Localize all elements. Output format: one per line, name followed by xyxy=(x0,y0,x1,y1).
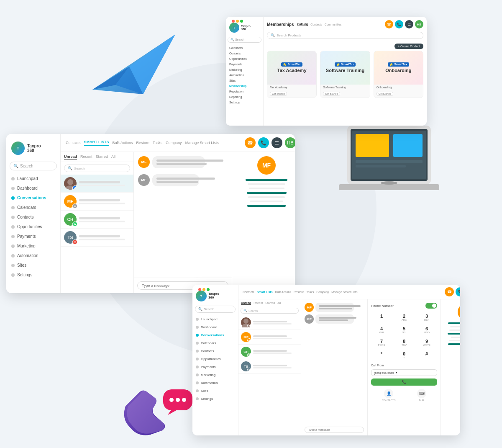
tab-restore[interactable]: Restore xyxy=(136,141,150,145)
conv-item-0[interactable]: f xyxy=(61,175,133,193)
mem-nav-sites[interactable]: Sites xyxy=(226,78,263,83)
btab-manage[interactable]: Manage Smart Lists xyxy=(331,291,357,294)
conv-item-3[interactable]: TS @ xyxy=(61,229,133,247)
bottom-nav-dashboard[interactable]: Dashboard xyxy=(192,323,238,331)
sidebar-item-marketing[interactable]: Marketing xyxy=(6,241,60,251)
dialer-key-9[interactable]: 9 WXYZ xyxy=(416,337,437,348)
bottom-nav-sites[interactable]: Sites xyxy=(192,387,238,395)
sidebar-item-payments[interactable]: Payments xyxy=(6,232,60,241)
bottom-nav-contacts[interactable]: Contacts xyxy=(192,347,238,355)
mem-tab-contacts[interactable]: Contacts xyxy=(310,23,322,26)
bottom-conv-search-bar[interactable]: 🔍 Search xyxy=(241,308,299,314)
tab-all[interactable]: All xyxy=(111,154,115,160)
mem-nav-automation[interactable]: Automation xyxy=(226,72,263,78)
conversation-search[interactable]: 🔍 Search xyxy=(64,165,130,172)
dialer-key-5[interactable]: 5 JKL xyxy=(394,324,415,335)
mem-icon-teal[interactable]: 📞 xyxy=(395,20,403,28)
bottom-sidebar-search[interactable]: 🔍 Search xyxy=(195,306,236,313)
product-btn-0[interactable]: Get Started xyxy=(270,92,287,96)
bottom-conv-item-1[interactable]: MF ✉ xyxy=(238,330,301,345)
btab-tasks[interactable]: Tasks xyxy=(306,291,314,294)
user-avatar-button[interactable]: HB xyxy=(285,137,295,148)
sidebar-item-opportunities[interactable]: Opportunities xyxy=(6,222,60,232)
btab-restore[interactable]: Restore xyxy=(294,291,304,294)
action-button-teal[interactable]: 📞 xyxy=(258,137,269,148)
bottom-icon-teal[interactable]: 📞 xyxy=(456,287,460,296)
sidebar-item-automation[interactable]: Automation xyxy=(6,251,60,260)
mem-icon-orange[interactable]: ☎ xyxy=(385,20,393,28)
mem-nav-opportunities[interactable]: Opportunities xyxy=(226,56,263,62)
sidebar-item-dashboard[interactable]: Dashboard xyxy=(6,183,60,193)
action-button-dark[interactable]: ☰ xyxy=(271,137,282,148)
btab-unread[interactable]: Unread xyxy=(241,301,251,305)
mem-nav-calendars[interactable]: Calendars xyxy=(226,45,263,51)
bottom-nav-opportunities[interactable]: Opportunities xyxy=(192,355,238,363)
bottom-nav-payments[interactable]: Payments xyxy=(192,363,238,371)
dialer-action-contacts[interactable]: 👤 CONTACTS xyxy=(382,389,396,402)
dialer-key-7[interactable]: 7 PQRS xyxy=(371,337,392,348)
call-button[interactable]: 📞 xyxy=(371,378,437,386)
sidebar-item-sites[interactable]: Sites xyxy=(6,260,60,270)
sidebar-item-launchpad[interactable]: Launchpad xyxy=(6,174,60,183)
tab-tasks[interactable]: Tasks xyxy=(153,141,162,145)
sidebar-item-settings[interactable]: Settings xyxy=(6,270,60,280)
tab-company[interactable]: Company xyxy=(166,141,182,145)
product-card-1[interactable]: ⭐SmartTax Software Training Software Tra… xyxy=(320,51,370,98)
btab-company[interactable]: Company xyxy=(316,291,329,294)
bottom-chat-input-field[interactable] xyxy=(305,427,364,433)
btab-smart-lists[interactable]: Smart Lists xyxy=(257,291,273,294)
tab-manage-smart-lists[interactable]: Manage Smart Lists xyxy=(185,141,219,145)
sidebar-item-calendars[interactable]: Calendars xyxy=(6,203,60,212)
mem-tab-catalog[interactable]: Catalog xyxy=(297,23,308,26)
action-button-orange[interactable]: ☎ xyxy=(245,137,256,148)
btab-starred[interactable]: Starred xyxy=(265,301,275,305)
btab-bulk-actions[interactable]: Bulk Actions xyxy=(275,291,291,294)
tab-contacts[interactable]: Contacts xyxy=(66,141,81,145)
bottom-nav-conversations[interactable]: Conversations xyxy=(192,331,238,339)
mem-icon-user[interactable]: HB xyxy=(415,20,423,28)
mem-nav-contacts[interactable]: Contacts xyxy=(226,51,263,56)
bottom-nav-automation[interactable]: Automation xyxy=(192,379,238,387)
tab-smart-lists[interactable]: SMART LISTS xyxy=(84,140,109,146)
btab-all[interactable]: All xyxy=(277,301,281,305)
phone-toggle[interactable] xyxy=(425,303,437,309)
bottom-conv-item-0[interactable]: f xyxy=(238,315,301,330)
tab-unread[interactable]: Unread xyxy=(64,154,77,160)
product-btn-2[interactable]: Get Started xyxy=(376,92,394,96)
mem-tab-communities[interactable]: Communities xyxy=(325,23,342,26)
product-search-bar[interactable]: 🔍 Search Products xyxy=(267,32,423,39)
bottom-conv-item-3[interactable]: TS @ xyxy=(238,359,301,374)
tab-bulk-actions[interactable]: Bulk Actions xyxy=(113,141,133,145)
create-product-button[interactable]: + Create Product xyxy=(394,44,423,49)
btab-recent[interactable]: Recent xyxy=(254,301,263,305)
sidebar-search[interactable]: 🔍 Search xyxy=(10,162,57,170)
dialer-action-dial[interactable]: ⌨ DIAL xyxy=(417,389,426,402)
conv-item-2[interactable]: CH W xyxy=(61,211,133,229)
tab-starred[interactable]: Starred xyxy=(96,154,108,160)
bottom-icon-orange[interactable]: ☎ xyxy=(445,287,454,296)
mem-icon-dark[interactable]: ☰ xyxy=(405,20,413,28)
bottom-nav-settings[interactable]: Settings xyxy=(192,395,238,403)
mem-nav-membership[interactable]: Membership xyxy=(226,83,263,89)
dialer-key-0[interactable]: 0 + xyxy=(394,350,415,360)
mem-nav-marketing[interactable]: Marketing xyxy=(226,67,263,72)
bottom-conv-item-2[interactable]: CH W xyxy=(238,345,301,359)
sidebar-item-conversations[interactable]: Conversations xyxy=(6,193,60,203)
mem-nav-payments[interactable]: Payments xyxy=(226,62,263,67)
btab-contacts[interactable]: Contacts xyxy=(243,291,254,294)
bottom-nav-marketing[interactable]: Marketing xyxy=(192,371,238,379)
dialer-key-hash[interactable]: # xyxy=(416,350,437,360)
dialer-key-8[interactable]: 8 TUV xyxy=(394,337,415,348)
product-btn-1[interactable]: Get Started xyxy=(323,92,340,96)
mem-nav-reputation[interactable]: Reputation xyxy=(226,89,263,94)
product-card-2[interactable]: ⭐SmartTax Onboarding Onboarding Get Star… xyxy=(374,51,423,98)
dialer-key-6[interactable]: 6 MNO xyxy=(416,324,437,335)
dialer-key-4[interactable]: 4 GHI xyxy=(371,324,392,335)
sidebar-item-contacts[interactable]: Contacts xyxy=(6,212,60,222)
dialer-key-star[interactable]: * xyxy=(371,350,392,360)
mem-search-bar[interactable]: 🔍 Search xyxy=(228,37,261,43)
mem-nav-reporting[interactable]: Reporting xyxy=(226,94,263,100)
bottom-nav-launchpad[interactable]: Launchpad xyxy=(192,315,238,323)
product-card-0[interactable]: ⭐SmartTax Tax Academy Tax Academy Get St… xyxy=(267,51,317,98)
dialer-key-1[interactable]: 1 xyxy=(371,312,392,323)
